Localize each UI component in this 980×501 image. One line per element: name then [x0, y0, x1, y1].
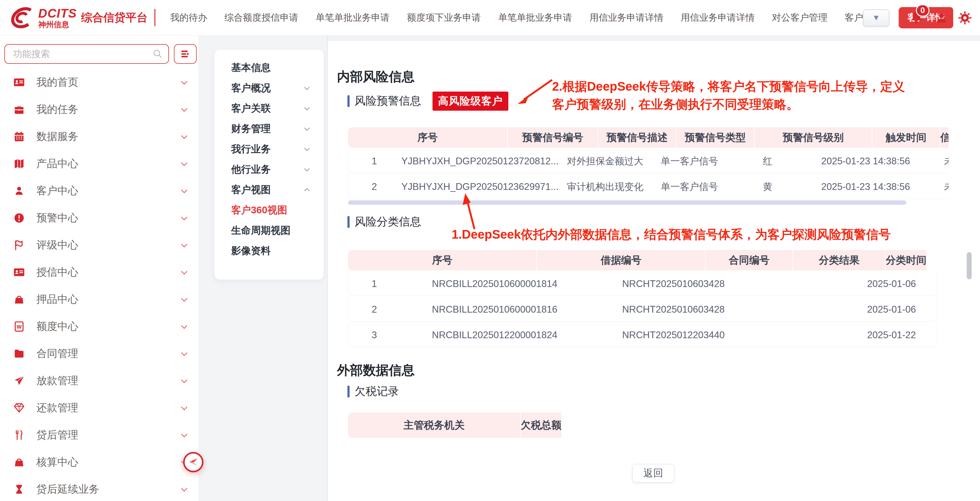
submenu-item-label: 影像资料	[231, 244, 270, 258]
cell-seq: 3	[348, 323, 400, 347]
submenu-item-customer-360-view[interactable]: 客户360视图	[215, 200, 324, 220]
tabs-dropdown-button[interactable]: ▼	[863, 9, 889, 27]
cell-contract-no: NRCHT2025010603428	[589, 297, 758, 321]
annotation-2-line2: 客户预警级别，在业务侧执行不同受理策略。	[552, 95, 905, 113]
search-input[interactable]	[4, 44, 169, 64]
sidebar-item-my-home[interactable]: 我的首页	[0, 69, 199, 96]
sidebar-item-label: 押品中心	[37, 292, 78, 307]
sidebar-item-collateral-center[interactable]: 押品中心	[0, 286, 199, 313]
section-title: 风险预警信息	[355, 94, 421, 108]
sidebar-item-limit-center[interactable]: W 额度中心	[0, 313, 199, 340]
table-body: 1 NRCBILL2025010600001814 NRCHT202501060…	[348, 272, 937, 347]
sidebar-item-credit-center[interactable]: 授信中心	[0, 259, 199, 286]
nav-tab[interactable]: 我的待办	[170, 11, 207, 24]
back-button[interactable]: 返回	[632, 464, 674, 482]
submenu-item-customer-relations[interactable]: 客户关联	[215, 99, 324, 119]
cell-signal-level: 红	[729, 149, 807, 173]
tax-arrears-section-label: 欠税记录	[347, 384, 399, 399]
chevron-down-icon	[304, 105, 310, 110]
map-icon	[13, 157, 25, 170]
user-icon[interactable]	[934, 10, 948, 26]
sidebar-item-label: 授信中心	[37, 265, 78, 279]
sidebar-item-label: 客户中心	[37, 184, 78, 198]
sidebar-menu: 我的首页 我的任务 数据服务 产品中心 客户中心 预警中心	[0, 69, 199, 501]
submenu-item-basic-info[interactable]: 基本信息	[215, 58, 324, 78]
column-header: 预警信号级别	[755, 127, 872, 148]
svg-text:W: W	[17, 324, 22, 330]
sidebar-item-warning-center[interactable]: 预警中心	[0, 204, 199, 232]
notifications-button[interactable]: 0	[909, 9, 925, 27]
nav-tab[interactable]: 单笔单批业务申请	[498, 11, 572, 24]
submenu-item-other-bank-business[interactable]: 他行业务	[215, 159, 324, 180]
idcard-icon	[13, 266, 25, 278]
table-row[interactable]: 1 YJBHYJXH_DGP20250123720812... 对外担保金额过大…	[348, 149, 948, 173]
nav-tab[interactable]: 综合额度授信申请	[224, 11, 298, 24]
main-content: 内部风险信息 风险预警信息 高风险级客户 2.根据DeepSeek传导策略，将客…	[328, 41, 980, 501]
column-header: 信号状态	[940, 127, 948, 148]
sidebar-item-label: 数据服务	[37, 129, 78, 144]
sidebar-search-row	[4, 44, 197, 64]
chevron-down-icon	[181, 214, 188, 220]
user-icon	[13, 184, 25, 197]
submenu-item-label: 我行业务	[231, 142, 270, 156]
search-icon	[152, 48, 163, 59]
table-row[interactable]: 2 NRCBILL2025010600001816 NRCHT202501060…	[348, 297, 937, 321]
tax-arrears-table: 主管税务机关欠税总额	[348, 412, 737, 438]
submenu-item-label: 客户概况	[231, 81, 270, 95]
product-title: 综合信贷平台	[81, 10, 148, 25]
nav-tab[interactable]: 对公客户管理	[772, 11, 827, 24]
top-bar: DCITS 神州信息 综合信贷平台 我的待办 综合额度授信申请 单笔单批业务申请…	[0, 0, 980, 35]
sidebar-item-product-center[interactable]: 产品中心	[0, 150, 199, 177]
sidebar-item-label: 放款管理	[37, 374, 78, 388]
logo-company: 神州信息	[38, 21, 77, 29]
table-row[interactable]: 1 NRCBILL2025010600001814 NRCHT202501060…	[348, 272, 937, 296]
chevron-down-icon	[181, 322, 188, 329]
submenu-item-our-bank-business[interactable]: 我行业务	[215, 139, 324, 159]
sidebar-item-post-loan-management[interactable]: 贷后管理	[0, 421, 199, 449]
submenu-item-lifecycle-view[interactable]: 生命周期视图	[215, 220, 324, 241]
sidebar-collapse-button[interactable]	[174, 44, 197, 64]
chevron-down-icon	[181, 431, 188, 437]
risk-warning-section-label: 风险预警信息	[347, 94, 421, 108]
nav-tab[interactable]: 用信业务申请详情	[589, 11, 663, 24]
submenu-item-customer-view[interactable]: 客户视图	[215, 180, 324, 200]
paper-plane-left-icon	[187, 456, 199, 468]
sidebar-item-contract-management[interactable]: 合同管理	[0, 340, 199, 367]
chevron-down-icon	[304, 146, 310, 151]
submenu-item-image-materials[interactable]: 影像资料	[215, 241, 324, 261]
sidebar-item-accounting-center[interactable]: 核算中心	[0, 449, 199, 476]
panel-collapse-button[interactable]	[183, 452, 204, 472]
nav-tab[interactable]: 额度项下业务申请	[407, 11, 481, 24]
cell-seq: 1	[348, 272, 400, 296]
submenu-item-customer-overview[interactable]: 客户概况	[215, 78, 324, 99]
chevron-down-icon	[304, 166, 310, 172]
nav-tab[interactable]: 用信业务申请详情	[681, 11, 755, 24]
search-box	[4, 44, 169, 64]
top-nav: 我的待办 综合额度授信申请 单笔单批业务申请 额度项下业务申请 单笔单批业务申请…	[170, 7, 953, 29]
chevron-down-icon	[181, 377, 188, 383]
sidebar-item-post-loan-continuation[interactable]: 贷后延续业务	[0, 476, 199, 501]
sidebar-item-repayment-management[interactable]: 还款管理	[0, 394, 199, 421]
chevron-down-icon	[181, 349, 188, 356]
column-header: 主管税务机关	[348, 412, 521, 438]
submenu-band: 基本信息 客户概况 客户关联 财务管理 我行业务 他行业务 客户视图 客户360…	[199, 35, 327, 501]
cell-trigger-time: 2025-01-23 14:38:56	[807, 175, 924, 199]
horizontal-scrollbar[interactable]	[348, 200, 906, 205]
gem-icon	[13, 402, 25, 414]
gear-icon[interactable]	[958, 10, 972, 26]
sidebar-item-customer-center[interactable]: 客户中心	[0, 177, 199, 204]
nav-tab[interactable]: 单笔单批业务申请	[316, 11, 390, 24]
sidebar-item-rating-center[interactable]: 评级中心	[0, 232, 199, 259]
sidebar-item-my-tasks[interactable]: 我的任务	[0, 96, 199, 123]
sidebar-item-label: 合同管理	[37, 347, 78, 361]
sidebar-item-data-services[interactable]: 数据服务	[0, 123, 199, 150]
risk-class-section-label: 风险分类信息	[347, 214, 421, 229]
handbag-icon	[13, 293, 25, 305]
table-row[interactable]: 3 NRCBILL2025012200001824 NRCHT202501220…	[348, 323, 937, 347]
sidebar-item-disbursement-management[interactable]: 放款管理	[0, 367, 199, 394]
submenu-item-financial-management[interactable]: 财务管理	[215, 119, 324, 139]
vertical-scrollbar[interactable]	[967, 252, 972, 279]
column-header: 序号	[348, 250, 537, 270]
table-row[interactable]: 2 YJBHYJXH_DGP20250123629971... 审计机构出现变化…	[348, 175, 948, 199]
calendar-icon	[13, 130, 25, 143]
